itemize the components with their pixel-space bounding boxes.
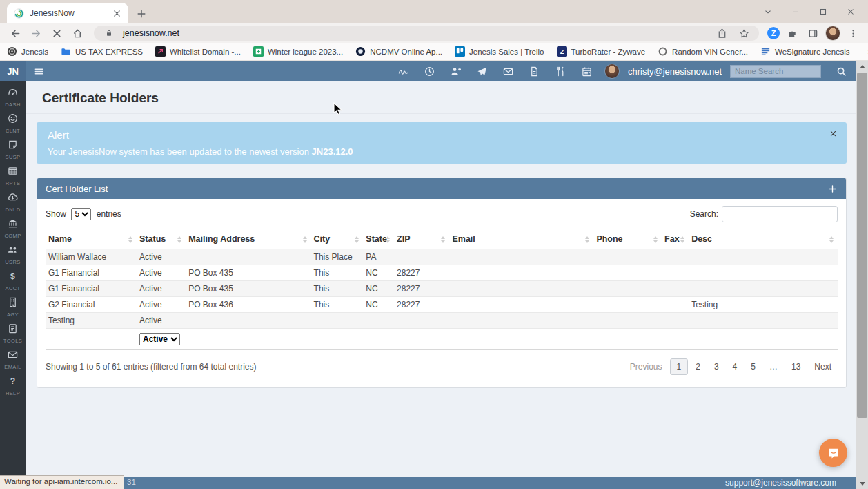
app-logo[interactable]: JN [0, 61, 26, 82]
bookmark-item[interactable]: Jenesis [7, 46, 48, 57]
sidebar-item[interactable]: AGY [0, 294, 26, 320]
sidebar-item[interactable]: COMP [0, 215, 26, 242]
next-page-button[interactable]: Next [808, 359, 838, 374]
page-number-button[interactable]: 1 [670, 358, 689, 375]
table-row[interactable]: TestingActive [46, 313, 838, 329]
table-row[interactable]: G1 FianancialActivePO Box 435ThisNC28227 [46, 265, 838, 281]
user-plus-icon[interactable] [447, 62, 465, 80]
table-cell: G2 Financial [46, 297, 137, 313]
bookmark-star-icon[interactable] [736, 25, 752, 41]
table-cell: NC [363, 297, 394, 313]
page-scrollbar[interactable] [856, 61, 868, 489]
browser-menu-icon[interactable] [845, 25, 861, 41]
table-row[interactable]: G1 FianancialActivePO Box 435ThisNC28227 [46, 281, 838, 297]
page-number-button[interactable]: 13 [785, 359, 807, 374]
extensions-puzzle-icon[interactable] [784, 25, 800, 41]
sidebar-item[interactable]: DNLD [0, 189, 26, 215]
stop-loading-icon[interactable] [48, 25, 65, 41]
envelope-icon[interactable] [500, 62, 517, 80]
bookmarks-overflow-chevron[interactable]: » [862, 46, 868, 57]
sidebar-item[interactable]: ? HELP [0, 373, 26, 399]
sidebar-item[interactable]: TOOLS [0, 320, 26, 347]
sidebar-item[interactable]: CLNT [0, 111, 26, 137]
page-number-button[interactable]: 3 [708, 359, 725, 374]
zoom-extension-icon[interactable]: Z [767, 27, 780, 39]
bookmark-item[interactable]: WeSignature Jenesis [760, 46, 849, 57]
side-panel-icon[interactable] [805, 25, 821, 41]
table-cell [662, 313, 689, 329]
column-header[interactable]: Fax [662, 231, 689, 249]
bookmark-item[interactable]: Winter league 2023... [253, 46, 343, 57]
sidebar-item[interactable]: USRS [0, 242, 26, 268]
share-icon[interactable] [713, 25, 730, 41]
bookmark-item[interactable]: Z TurboRater - Zywave [557, 46, 646, 57]
column-header[interactable]: Email [449, 231, 593, 249]
bookmark-item[interactable]: Jenesis Sales | Trello [455, 46, 544, 57]
update-alert: Alert Your JenesisNow system has been up… [37, 122, 847, 164]
name-search-input[interactable] [730, 65, 821, 78]
window-maximize-icon[interactable] [817, 6, 829, 18]
browser-profile-avatar[interactable] [825, 26, 840, 41]
bookmark-label: WeSignature Jenesis [775, 48, 849, 56]
user-avatar[interactable] [604, 64, 620, 79]
sidebar-item[interactable]: DASH [0, 84, 26, 111]
scrollbar-down-arrow[interactable] [856, 478, 868, 489]
add-cert-holder-icon[interactable] [827, 183, 838, 194]
table-cell: Active [137, 297, 186, 313]
page-number-button[interactable]: 2 [689, 359, 707, 374]
sidebar-item[interactable]: SUSP [0, 137, 26, 163]
page-number-button[interactable]: 5 [744, 359, 762, 374]
status-filter-select[interactable]: Active [139, 333, 180, 345]
scrollbar-up-arrow[interactable] [856, 61, 868, 72]
lock-icon[interactable] [101, 25, 117, 41]
new-tab-button[interactable] [135, 8, 148, 20]
search-icon[interactable] [832, 62, 850, 80]
table-cell [662, 297, 689, 313]
menu-toggle-icon[interactable] [30, 62, 48, 80]
cert-holder-table: Name Status Mailing Address [46, 231, 838, 350]
column-header[interactable]: Name [46, 231, 137, 249]
back-icon[interactable] [7, 25, 23, 41]
previous-page-button[interactable]: Previous [624, 359, 669, 374]
calendar-icon[interactable] [578, 62, 596, 80]
table-cell: This [311, 281, 364, 297]
column-header[interactable]: Desc [689, 231, 838, 249]
table-row[interactable]: William WallaceActiveThis PlacePA [46, 249, 838, 265]
paper-plane-icon[interactable] [473, 62, 491, 80]
page-size-select[interactable]: 5 [71, 208, 91, 220]
bookmark-item[interactable]: US TAX EXPRESS [61, 46, 143, 57]
address-bar[interactable]: jenesisnow.net [94, 26, 759, 41]
table-search-input[interactable] [722, 206, 838, 222]
window-menu-chevron-icon[interactable] [762, 6, 774, 18]
file-icon[interactable] [526, 62, 544, 80]
bookmark-item[interactable]: Whitelist Domain -... [155, 46, 241, 57]
window-close-icon[interactable] [845, 6, 857, 18]
page-number-button[interactable]: 4 [727, 359, 744, 374]
utensils-icon[interactable] [552, 62, 570, 80]
scrollbar-thumb[interactable] [857, 73, 867, 418]
browser-tab[interactable]: JenesisNow [7, 3, 128, 23]
bookmark-item[interactable]: Random VIN Gener... [658, 46, 748, 57]
chat-bubble-button[interactable] [819, 439, 847, 467]
sidebar-item[interactable]: $ ACCT [0, 268, 26, 294]
cert-holder-panel: Cert Holder List Show 5 entries [37, 178, 847, 388]
column-header[interactable]: State [363, 231, 394, 249]
panel-title: Cert Holder List [46, 184, 108, 194]
window-minimize-icon[interactable] [789, 6, 802, 18]
bookmark-item[interactable]: NCDMV Online Ap... [355, 46, 442, 57]
column-header[interactable]: Status [137, 231, 186, 249]
home-icon[interactable] [69, 25, 86, 41]
clock-icon[interactable] [421, 62, 439, 80]
tab-close-icon[interactable] [110, 7, 123, 19]
column-header[interactable]: Phone [593, 231, 662, 249]
sidebar-item[interactable]: RPTS [0, 163, 26, 189]
sidebar-item[interactable]: EMAIL [0, 347, 26, 373]
table-row[interactable]: G2 FinancialActivePO Box 436ThisNC28227T… [46, 297, 838, 313]
signature-icon[interactable] [395, 62, 413, 80]
support-email: support@jenesissoftware.com [725, 478, 836, 488]
column-header[interactable]: Mailing Address [186, 231, 310, 249]
column-header[interactable]: City [311, 231, 364, 249]
forward-icon[interactable] [28, 25, 44, 41]
alert-close-icon[interactable] [827, 128, 838, 139]
column-header[interactable]: ZIP [394, 231, 449, 249]
